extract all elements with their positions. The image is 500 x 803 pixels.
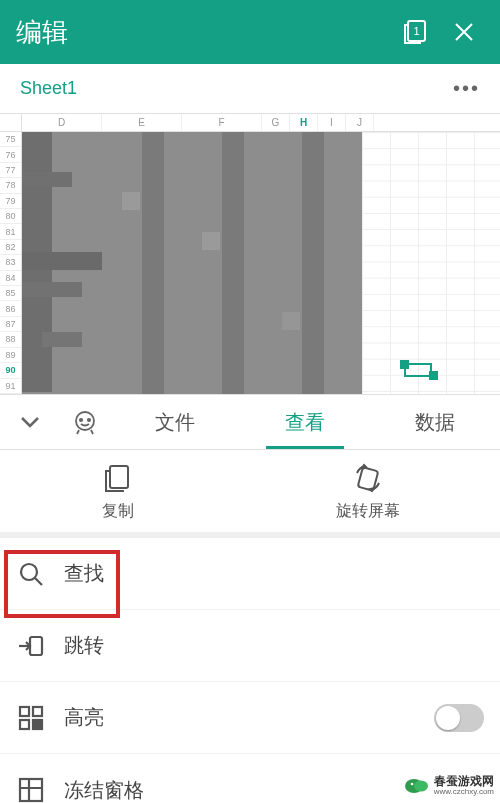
row-header[interactable]: 87 — [0, 317, 21, 332]
highlight-icon — [16, 703, 46, 733]
tab-file[interactable]: 文件 — [110, 395, 240, 449]
highlight-toggle[interactable] — [434, 704, 484, 732]
spreadsheet-grid[interactable]: D E F G H I J 75 76 77 78 79 80 81 82 83… — [0, 114, 500, 394]
col-header[interactable]: F — [182, 114, 262, 131]
col-header[interactable]: J — [346, 114, 374, 131]
row-header[interactable]: 78 — [0, 178, 21, 193]
svg-rect-12 — [20, 707, 29, 716]
sheet-tab-bar: Sheet1 ••• — [0, 64, 500, 114]
row-header[interactable]: 80 — [0, 209, 21, 224]
svg-rect-14 — [20, 720, 29, 729]
col-header[interactable]: G — [262, 114, 290, 131]
col-header[interactable]: H — [290, 114, 318, 131]
copy-button[interactable]: 复制 — [101, 461, 135, 522]
menu-highlight-label: 高亮 — [64, 704, 104, 731]
row-header[interactable]: 75 — [0, 132, 21, 147]
jump-icon — [16, 631, 46, 661]
col-header[interactable]: I — [318, 114, 346, 131]
svg-rect-3 — [400, 360, 409, 369]
menu-jump-label: 跳转 — [64, 632, 104, 659]
menu-jump[interactable]: 跳转 — [0, 610, 500, 682]
sheet-more-button[interactable]: ••• — [433, 77, 500, 100]
title-bar: 编辑 1 — [0, 0, 500, 64]
row-header[interactable]: 90 — [0, 363, 21, 378]
svg-point-7 — [88, 419, 90, 421]
assistant-icon[interactable] — [60, 395, 110, 449]
svg-rect-8 — [110, 466, 128, 488]
pixelated-data-area — [22, 132, 362, 394]
bottom-toolbar: 文件 查看 数据 — [0, 394, 500, 450]
quick-actions: 复制 旋转屏幕 — [0, 450, 500, 538]
row-header[interactable]: 89 — [0, 348, 21, 363]
menu-freeze-label: 冻结窗格 — [64, 777, 144, 804]
row-header[interactable]: 85 — [0, 286, 21, 301]
svg-rect-11 — [30, 637, 42, 655]
row-headers: 75 76 77 78 79 80 81 82 83 84 85 86 87 8… — [0, 132, 22, 394]
row-header[interactable]: 86 — [0, 301, 21, 316]
svg-point-6 — [80, 419, 82, 421]
sheet-tab[interactable]: Sheet1 — [0, 78, 97, 99]
svg-point-18 — [414, 781, 428, 792]
rotate-button[interactable]: 旋转屏幕 — [336, 461, 400, 522]
row-header[interactable]: 84 — [0, 271, 21, 286]
menu-highlight[interactable]: 高亮 — [0, 682, 500, 754]
search-icon — [16, 559, 46, 589]
svg-point-10 — [21, 564, 37, 580]
svg-rect-4 — [429, 371, 438, 380]
svg-text:1: 1 — [413, 25, 419, 37]
col-header[interactable]: D — [22, 114, 102, 131]
svg-point-5 — [76, 412, 94, 430]
svg-rect-15 — [33, 720, 42, 729]
empty-cells-area[interactable] — [362, 132, 500, 394]
row-header[interactable]: 82 — [0, 240, 21, 255]
menu-search[interactable]: 查找 — [0, 538, 500, 610]
svg-point-19 — [410, 783, 413, 786]
tab-indicator[interactable]: 1 — [396, 12, 436, 52]
tab-data[interactable]: 数据 — [370, 395, 500, 449]
rotate-label: 旋转屏幕 — [336, 501, 400, 522]
row-header[interactable]: 77 — [0, 163, 21, 178]
watermark-url: www.czchxy.com — [434, 788, 494, 797]
view-menu-list: 查找 跳转 高亮 冻结窗格 — [0, 538, 500, 803]
col-header[interactable]: E — [102, 114, 182, 131]
row-header[interactable]: 76 — [0, 147, 21, 162]
selection-handle[interactable] — [400, 360, 438, 380]
menu-search-label: 查找 — [64, 560, 104, 587]
watermark-logo — [404, 775, 430, 797]
watermark: 春蚕游戏网 www.czchxy.com — [404, 775, 494, 797]
svg-rect-16 — [20, 779, 42, 801]
row-header[interactable]: 81 — [0, 224, 21, 239]
close-icon[interactable] — [444, 12, 484, 52]
freeze-icon — [16, 775, 46, 803]
title: 编辑 — [16, 15, 388, 50]
row-header[interactable]: 88 — [0, 332, 21, 347]
row-header[interactable]: 79 — [0, 194, 21, 209]
column-headers: D E F G H I J — [0, 114, 500, 132]
tab-view[interactable]: 查看 — [240, 395, 370, 449]
row-header[interactable]: 91 — [0, 379, 21, 394]
collapse-button[interactable] — [0, 395, 60, 449]
copy-label: 复制 — [102, 501, 134, 522]
row-header[interactable]: 83 — [0, 255, 21, 270]
svg-rect-13 — [33, 707, 42, 716]
